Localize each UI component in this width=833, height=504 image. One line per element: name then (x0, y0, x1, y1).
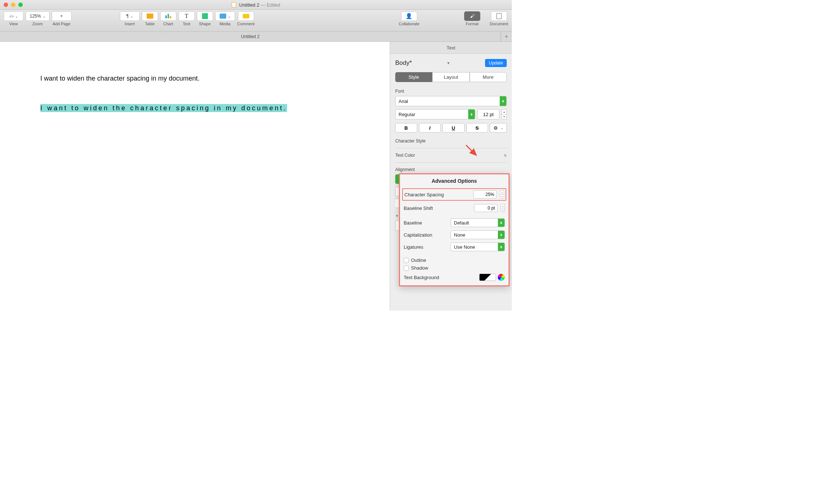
shadow-checkbox[interactable]: Shadow (404, 265, 505, 271)
collaborate-icon: 👤 (406, 13, 412, 19)
collaborate-group: 👤 Collaborate (399, 11, 419, 32)
bold-button[interactable]: B (395, 123, 417, 133)
document-text-line[interactable]: I want to widen the character spacing in… (40, 75, 390, 82)
table-button[interactable] (142, 11, 158, 21)
text-background-swatch[interactable] (479, 274, 496, 281)
media-label: Media (220, 22, 231, 26)
baseline-shift-stepper[interactable]: ▴▾ (500, 204, 505, 212)
chevron-down-icon[interactable]: ▾ (447, 60, 449, 66)
ligatures-select[interactable]: Use None (451, 242, 505, 251)
text-background-row: Text Background (404, 274, 505, 281)
ligatures-row: Ligatures Use None (404, 242, 505, 251)
checkbox-icon (404, 266, 409, 271)
document-button[interactable] (491, 11, 507, 21)
step-up-icon[interactable]: ▴ (502, 109, 507, 114)
media-button[interactable]: ⌄ (215, 11, 235, 21)
character-spacing-stepper[interactable]: ▴▾ (500, 190, 504, 199)
seg-layout[interactable]: Layout (432, 72, 469, 82)
advanced-options-popover: Advanced Options Character Spacing 25% ▴… (399, 173, 510, 286)
shape-group: Shape (197, 11, 213, 32)
baseline-shift-input[interactable]: 0 pt (474, 204, 498, 212)
view-icon: ▭ (10, 14, 14, 19)
document-text-line-spaced[interactable]: I want to widen the character spacing in… (40, 104, 287, 112)
shape-icon (202, 13, 208, 19)
text-color-stepper-icon[interactable]: ⇅ (504, 153, 507, 158)
font-family-select[interactable]: Arial (395, 96, 507, 106)
outline-checkbox[interactable]: Outline (404, 257, 505, 263)
text-group: T Text (179, 11, 195, 32)
shape-label: Shape (199, 22, 211, 26)
paragraph-icon: ¶ (126, 14, 128, 19)
zoom-value: 125% (30, 14, 41, 19)
capitalization-select[interactable]: None (451, 230, 505, 239)
baseline-label: Baseline (404, 220, 448, 226)
view-button[interactable]: ▭⌄ (4, 11, 23, 21)
chart-group: Chart (160, 11, 176, 32)
text-color-label: Text Color (395, 153, 415, 158)
document-tab[interactable]: Untitled 2 (0, 32, 501, 41)
media-icon (220, 14, 226, 19)
outline-label: Outline (411, 257, 426, 263)
character-spacing-input[interactable]: 25% (473, 190, 497, 199)
addpage-label: Add Page (53, 22, 70, 26)
baseline-shift-label: Baseline Shift (404, 205, 471, 211)
seg-style[interactable]: Style (395, 72, 432, 82)
font-size-stepper[interactable]: ▴▾ (502, 109, 507, 119)
color-wheel-button[interactable] (498, 274, 505, 281)
text-label: Text (183, 22, 190, 26)
advanced-options-button[interactable]: ⚙⌄ (490, 123, 507, 133)
format-label: Format (466, 22, 478, 26)
step-down-icon[interactable]: ▾ (500, 208, 505, 212)
document-label: Document (490, 22, 508, 26)
plus-icon: + (505, 33, 508, 40)
strikethrough-button[interactable]: S (466, 123, 488, 133)
edited-indicator: — Edited (259, 2, 280, 8)
zoom-group: 125%⌄ Zoom (26, 11, 49, 32)
inspector-tab-text[interactable]: Text (390, 42, 512, 54)
step-up-icon[interactable]: ▴ (500, 190, 504, 194)
main-area: I want to widen the character spacing in… (0, 42, 512, 311)
dropdown-icon (500, 96, 506, 106)
window-titlebar: Untitled 2 — Edited (0, 0, 512, 10)
collaborate-label: Collaborate (399, 22, 419, 26)
add-tab-button[interactable]: + (501, 32, 512, 41)
step-down-icon[interactable]: ▾ (502, 114, 507, 120)
font-weight-select[interactable]: Regular (395, 109, 475, 119)
chart-icon (165, 14, 171, 18)
dropdown-icon (498, 219, 504, 227)
seg-more[interactable]: More (470, 72, 507, 82)
shape-button[interactable] (197, 11, 213, 21)
baseline-shift-row: Baseline Shift 0 pt ▴▾ (404, 204, 505, 212)
add-page-button[interactable]: + (52, 11, 71, 21)
addpage-group: + Add Page (52, 11, 71, 32)
format-inspector: Text Body* ▾ Update Style Layout More Fo… (390, 42, 512, 311)
character-styles-label: Character Style (395, 138, 507, 144)
italic-button[interactable]: I (419, 123, 441, 133)
zoom-button[interactable]: 125%⌄ (26, 11, 49, 21)
zoom-label: Zoom (32, 22, 43, 26)
underline-button[interactable]: U (443, 123, 465, 133)
collaborate-button[interactable]: 👤 (401, 11, 417, 21)
step-down-icon[interactable]: ▾ (500, 194, 504, 199)
chart-label: Chart (163, 22, 173, 26)
text-button[interactable]: T (179, 11, 195, 21)
chart-button[interactable] (160, 11, 176, 21)
document-canvas[interactable]: I want to widen the character spacing in… (0, 42, 390, 311)
step-up-icon[interactable]: ▴ (500, 204, 505, 208)
document-name: Untitled 2 (239, 2, 259, 8)
checkbox-icon (404, 258, 409, 263)
document-group: Document (490, 11, 508, 32)
alignment-label: Alignment (395, 167, 507, 172)
paragraph-style-name[interactable]: Body* (395, 59, 412, 67)
insert-button[interactable]: ¶⌄ (120, 11, 140, 21)
baseline-row: Baseline Default (404, 218, 505, 227)
format-button[interactable]: 🖌 (464, 11, 480, 21)
capitalization-label: Capitalization (404, 232, 448, 238)
baseline-select[interactable]: Default (451, 218, 505, 227)
font-size-input[interactable]: 12 pt (477, 109, 499, 119)
comment-button[interactable] (238, 11, 254, 21)
window-title: Untitled 2 — Edited (0, 2, 512, 8)
comment-icon (243, 14, 249, 18)
comment-label: Comment (237, 22, 255, 26)
update-style-button[interactable]: Update (485, 59, 507, 67)
